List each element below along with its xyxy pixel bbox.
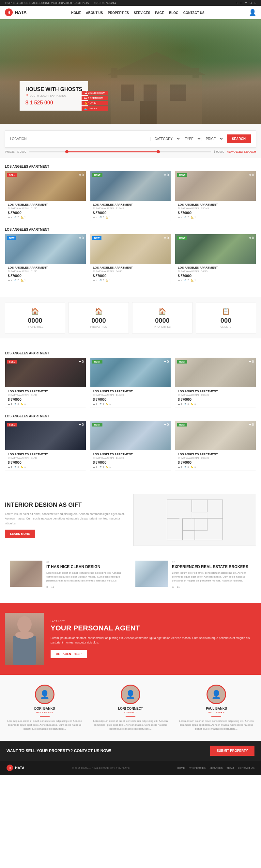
footer-nav-services[interactable]: SERVICES <box>209 767 223 770</box>
nav-blog[interactable]: BLOG <box>169 11 178 15</box>
property-price: $ 870000 <box>8 398 83 401</box>
property-grid-1: SELL ♥ 0 LOS ANGELES APARTMENT © SATYA A… <box>5 171 256 221</box>
property-image-bg <box>90 234 171 264</box>
property-favorite[interactable]: ♥ 0 <box>79 423 84 427</box>
price-range-row: PRICE: $ 9000 $ 90000 ADVANCED SEARCH <box>5 150 256 153</box>
floorplan-image <box>133 494 256 546</box>
footer-nav-team[interactable]: TEAM <box>226 767 234 770</box>
property-favorite[interactable]: ♥ 0 <box>79 173 84 177</box>
hero-house-illustration <box>91 42 222 124</box>
search-category-select[interactable]: CATEGORY <box>153 137 181 141</box>
submit-property-button[interactable]: SUBMIT PROPERTY <box>210 746 255 756</box>
property-favorite[interactable]: ♥ 0 <box>164 173 169 177</box>
property-card: NEW ♥ 0 LOS ANGELES APARTMENT © SATYA AU… <box>90 234 171 284</box>
property-card: RENT ♥ 0 LOS ANGELES APARTMENT © SATYA A… <box>175 171 256 221</box>
feature-meta-1: ⊞ 11 <box>46 585 126 588</box>
social-youtube[interactable]: Y <box>245 1 247 5</box>
property-image: RENT ♥ 0 <box>90 171 171 201</box>
feature-meta-icon-2: ⊞ <box>172 585 174 588</box>
nav-properties[interactable]: PROPERTIES <box>108 11 129 15</box>
features-section: 01 IT HAS NICE CLEAN DESIGN Lorem ipsum … <box>0 556 261 603</box>
svg-marker-1 <box>108 52 205 75</box>
learn-more-button[interactable]: LEARN MORE <box>5 530 35 538</box>
property-name: LOS ANGELES APARTMENT <box>93 453 168 456</box>
property-favorite[interactable]: ♥ 0 <box>164 236 169 240</box>
property-image: SELL ♥ 0 <box>5 358 86 388</box>
feat-baths: 🚿 2 <box>184 216 189 219</box>
search-button[interactable]: SEARCH <box>227 134 251 143</box>
nav-page[interactable]: PAGE <box>155 11 164 15</box>
feat-size: 📐 1 <box>106 403 110 405</box>
social-twitter[interactable]: T <box>236 1 238 5</box>
stat-icon-3: 🏠 <box>136 307 189 315</box>
property-address: © SATYA AUSTIN 119/45 <box>93 457 168 460</box>
property-badge: RENT <box>92 423 102 427</box>
agent-label: LARA LOFT <box>51 620 256 623</box>
social-linkedin[interactable]: L <box>255 1 256 5</box>
property-favorite[interactable]: ♥ 0 <box>79 236 84 240</box>
property-price: $ 870000 <box>93 211 168 215</box>
property-favorite[interactable]: ♥ 0 <box>164 360 169 364</box>
property-image: RENT ♥ 0 <box>90 421 171 450</box>
footer-logo: H HATA <box>6 765 25 771</box>
property-features: 🛏 4 🚿 2 📐 1 <box>8 466 83 468</box>
property-favorite[interactable]: ♥ 0 <box>164 423 169 427</box>
feature-meta-count-2: 11 <box>177 585 180 588</box>
feat-baths: 🚿 2 <box>99 216 104 219</box>
property-image: NEW ♥ 0 <box>90 234 171 264</box>
footer-nav-home[interactable]: HOME <box>177 767 185 770</box>
nav-contact[interactable]: CONTACT US <box>183 11 204 15</box>
stat-box-3: 🏠 0000 PROPERTIES <box>132 302 193 334</box>
footer-nav-properties[interactable]: PROPERTIES <box>189 767 205 770</box>
property-address: © SATYA AUSTIN 150/45 <box>178 207 253 210</box>
property-price: $ 870000 <box>8 461 83 464</box>
get-agent-button[interactable]: GET AGENT HELP <box>51 650 87 658</box>
search-location-input[interactable] <box>10 137 151 141</box>
agent-divider-2 <box>126 716 135 717</box>
property-features: 🛏 4 🚿 2 📐 1 <box>93 216 168 219</box>
property-favorite[interactable]: ♥ 0 <box>249 360 254 364</box>
agent-divider-3 <box>211 716 221 717</box>
top-bar-phone: +61 3 9374 5244 <box>94 1 116 5</box>
feat-beds: 🛏 4 <box>93 216 97 219</box>
search-type-select[interactable]: TYPE <box>184 137 202 141</box>
property-favorite[interactable]: ♥ 0 <box>249 173 254 177</box>
social-google[interactable]: G <box>250 1 252 5</box>
agent-title: YOUR PERSONAL AGENT <box>51 624 256 632</box>
property-badge: RENT <box>92 173 102 177</box>
agent-bio-2: Lorem ipsum dolor sit amet, consectetuer… <box>91 719 170 731</box>
stat-icon-1: 🏠 <box>8 307 62 315</box>
property-price: $ 870000 <box>178 461 253 464</box>
logo[interactable]: H HATA <box>5 8 27 16</box>
footer-cta-section: WANT TO SELL YOUR PROPERTY? CONTACT US N… <box>0 741 261 761</box>
footer-nav-contact[interactable]: CONTACT US <box>238 767 255 770</box>
nav-home[interactable]: HOME <box>71 11 81 15</box>
user-icon[interactable]: 👤 <box>249 9 256 16</box>
feat-beds: 🛏 4 <box>93 466 97 468</box>
stat-box-4: 📋 000 CLIENTS <box>196 302 256 334</box>
property-card: RENT ♥ 0 LOS ANGELES APARTMENT © SATYA A… <box>90 358 171 408</box>
social-facebook[interactable]: F <box>240 1 242 5</box>
search-price-select[interactable]: PRICE <box>204 137 224 141</box>
agent-bio-3: Lorem ipsum dolor sit amet, consectetuer… <box>177 719 256 731</box>
property-image: RENT ♥ 0 <box>175 358 256 388</box>
property-price: $ 870000 <box>178 398 253 401</box>
feature-image-1 <box>10 561 42 587</box>
advanced-search-link[interactable]: ADVANCED SEARCH <box>227 150 256 153</box>
range-thumb-right[interactable] <box>157 150 160 153</box>
property-favorite[interactable]: ♥ 0 <box>79 360 84 364</box>
property-card: SELL ♥ 0 LOS ANGELES APARTMENT © SATYA A… <box>5 358 86 408</box>
property-features: 🛏 4 🚿 2 📐 1 <box>8 403 83 405</box>
nav-services[interactable]: SERVICES <box>134 11 150 15</box>
agent-name-1: DORI BANKS <box>5 707 84 710</box>
feat-baths: 🚿 2 <box>99 466 104 468</box>
range-thumb-left[interactable] <box>65 150 68 153</box>
property-favorite[interactable]: ♥ 0 <box>249 423 254 427</box>
nav-about[interactable]: ABOUT US <box>86 11 103 15</box>
feature-meta-icon-1: ⊞ <box>46 585 48 588</box>
interior-text: INTERIOR DESIGN AS GIFT Lorem ipsum dolo… <box>5 501 127 538</box>
hero-spec-pool: 🏊 2 POOL <box>81 106 108 111</box>
svg-rect-9 <box>192 500 207 512</box>
price-range-slider[interactable] <box>29 151 211 152</box>
property-favorite[interactable]: ♥ 0 <box>249 236 254 240</box>
